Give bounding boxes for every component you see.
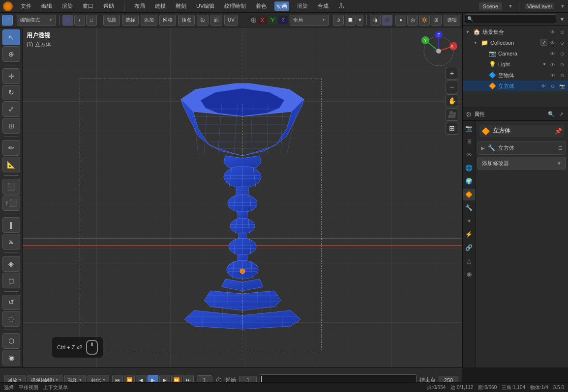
tool-measure[interactable]: 📐 <box>2 157 20 172</box>
prop-tab-particles[interactable]: ✦ <box>463 215 475 227</box>
viewport-shading-wire[interactable]: ⊞ <box>431 15 442 26</box>
menu-view[interactable]: 视图 <box>103 15 120 26</box>
tool-knife[interactable]: ⚔ <box>2 234 20 250</box>
overlay-icon[interactable]: ◑ <box>370 15 381 26</box>
outliner-filter-icon[interactable]: ▼ <box>558 15 566 23</box>
camera-view-btn[interactable]: 🎥 <box>446 108 458 121</box>
props-search-icon[interactable]: 🔍 <box>547 111 555 118</box>
outliner-item-light[interactable]: ▶ 💡 Light ● 👁 ⊙ <box>463 59 568 70</box>
add-modifier-btn[interactable]: 添加修改器 ▼ <box>478 157 566 169</box>
tool-shear[interactable]: ⬡ <box>2 333 20 349</box>
cube-render[interactable]: 📷 <box>558 82 566 90</box>
visible-eye-icon[interactable]: 👁 <box>549 28 557 36</box>
outliner-item-collection[interactable]: ▼ 📁 Collection ✓ 👁 ⊙ <box>463 37 568 48</box>
tool-extrude[interactable]: ↑⬛ <box>2 196 20 211</box>
menu-uv[interactable]: UV <box>224 15 238 26</box>
tool-move[interactable]: ✛ <box>2 68 20 84</box>
status-select[interactable]: 选择 <box>4 384 14 391</box>
tool-annotate[interactable]: ✏ <box>2 140 20 156</box>
tool-scale[interactable]: ⤢ <box>2 101 20 117</box>
prop-tab-output[interactable]: 🖥 <box>463 136 475 147</box>
expand-icon-scene[interactable]: ▼ <box>465 29 471 35</box>
zoom-out-btn[interactable]: − <box>446 81 458 93</box>
tool-smooth[interactable]: ◌ <box>2 311 20 327</box>
menu-edge[interactable]: 边 <box>197 15 209 26</box>
prop-tab-world[interactable]: 🌍 <box>463 175 475 187</box>
collection-eye-icon[interactable]: 👁 <box>549 39 557 47</box>
workspace-animation[interactable]: 动画 <box>274 1 289 11</box>
empty-restrict[interactable]: ⊙ <box>558 71 566 79</box>
viewport-shading-render[interactable]: 🔆 <box>419 15 430 26</box>
tool-to-sphere[interactable]: ◉ <box>2 350 20 365</box>
tool-loop-cut[interactable]: ∥ <box>2 217 20 233</box>
cube-eye-icon[interactable]: 👁 <box>539 82 547 90</box>
scene-name[interactable]: Scene <box>479 2 502 10</box>
workspace-sculpt[interactable]: 雕刻 <box>174 1 188 11</box>
prop-tab-constraints[interactable]: 🔗 <box>463 242 475 253</box>
workspace-rendering[interactable]: 渲染 <box>295 1 310 11</box>
edge-select-icon[interactable]: / <box>74 15 85 26</box>
proportional-edit-icon[interactable]: ⊙ <box>333 15 344 26</box>
menu-select[interactable]: 选择 <box>122 15 139 26</box>
snap-options-icon[interactable]: ▼ <box>357 15 363 26</box>
workspace-uv[interactable]: UV编辑 <box>194 1 216 11</box>
menu-help[interactable]: 帮助 <box>101 1 116 11</box>
tool-rotate[interactable]: ↻ <box>2 85 20 101</box>
select-box-icon[interactable]: ⬚ <box>2 15 13 26</box>
axis-y[interactable]: Y <box>268 16 277 24</box>
ortho-btn[interactable]: ⊞ <box>446 122 458 135</box>
menu-window[interactable]: 窗口 <box>81 1 95 11</box>
menu-face[interactable]: 面 <box>210 15 222 26</box>
cube-restrict[interactable]: ⊙ <box>549 82 557 90</box>
xray-icon[interactable]: ⬛ <box>382 15 392 26</box>
tool-spin[interactable]: ↺ <box>2 295 20 310</box>
restrict-icon[interactable]: ⊙ <box>558 28 566 36</box>
face-select-icon[interactable]: □ <box>86 15 97 26</box>
workspace-shading[interactable]: 着色 <box>254 1 269 11</box>
status-transform[interactable]: 平移视图 <box>19 384 38 391</box>
prop-tab-object[interactable]: 🔶 <box>463 189 475 200</box>
outliner-item-cube[interactable]: ▶ 🔶 立方体 👁 ⊙ 📷 <box>463 81 568 91</box>
prop-tab-physics[interactable]: ⚡ <box>463 228 475 240</box>
tool-add-cube[interactable]: ⬛ <box>2 179 20 195</box>
props-maximize-icon[interactable]: ↗ <box>557 111 565 118</box>
outliner-item-scene[interactable]: ▼ 🏠 场景集合 👁 ⊙ <box>463 27 568 37</box>
viewport-3d[interactable]: 用户透视 (1) 立方体 <box>23 28 462 367</box>
viewlayer-label[interactable]: ViewLayer <box>525 3 554 9</box>
light-eye-icon[interactable]: 👁 <box>549 60 557 68</box>
menu-file[interactable]: 文件 <box>19 1 33 11</box>
nav-gizmo[interactable]: X Y Z <box>419 31 458 71</box>
camera-restrict[interactable]: ⊙ <box>558 50 566 57</box>
outliner-item-empty[interactable]: ▶ 🔷 空物体 👁 ⊙ <box>463 70 568 81</box>
vertex-select-icon[interactable]: · <box>62 15 73 26</box>
axis-x[interactable]: X <box>258 16 267 24</box>
tool-cursor[interactable]: ⊕ <box>2 46 20 62</box>
expand-icon-collection[interactable]: ▼ <box>473 40 478 46</box>
workspace-geometry[interactable]: 几 <box>336 1 346 11</box>
modifier-options-icon[interactable]: ☰ <box>558 145 563 151</box>
axis-z[interactable]: Z <box>278 16 288 24</box>
prop-tab-modifiers[interactable]: 🔧 <box>463 202 475 214</box>
empty-eye-icon[interactable]: 👁 <box>549 71 557 79</box>
tool-inset[interactable]: ◻ <box>2 273 20 288</box>
options-btn[interactable]: 选项 <box>444 15 460 26</box>
light-restrict[interactable]: ⊙ <box>558 60 566 68</box>
viewport-shading-solid[interactable]: ● <box>395 15 406 26</box>
collection-restrict[interactable]: ⊙ <box>558 39 566 47</box>
prop-tab-view[interactable]: 👁 <box>463 149 475 161</box>
workspace-texture[interactable]: 纹理绘制 <box>222 1 248 11</box>
menu-render[interactable]: 渲染 <box>60 1 75 11</box>
tool-bevel[interactable]: ◈ <box>2 256 20 272</box>
menu-edit[interactable]: 编辑 <box>39 1 54 11</box>
snap-icon[interactable]: 🔲 <box>345 15 356 26</box>
prop-tab-render[interactable]: 📷 <box>463 122 475 134</box>
menu-mesh[interactable]: 网格 <box>159 15 176 26</box>
menu-add[interactable]: 添加 <box>141 15 157 26</box>
transform-global-dropdown[interactable]: 全局 ▼ <box>290 15 329 26</box>
outliner-search[interactable] <box>465 14 556 24</box>
viewport-shading-mat[interactable]: ◎ <box>407 15 418 26</box>
prop-tab-scene[interactable]: 🌐 <box>463 162 475 174</box>
zoom-in-btn[interactable]: + <box>446 67 458 80</box>
prop-tab-data[interactable]: △ <box>463 255 475 267</box>
collection-checkbox[interactable]: ✓ <box>540 39 547 46</box>
